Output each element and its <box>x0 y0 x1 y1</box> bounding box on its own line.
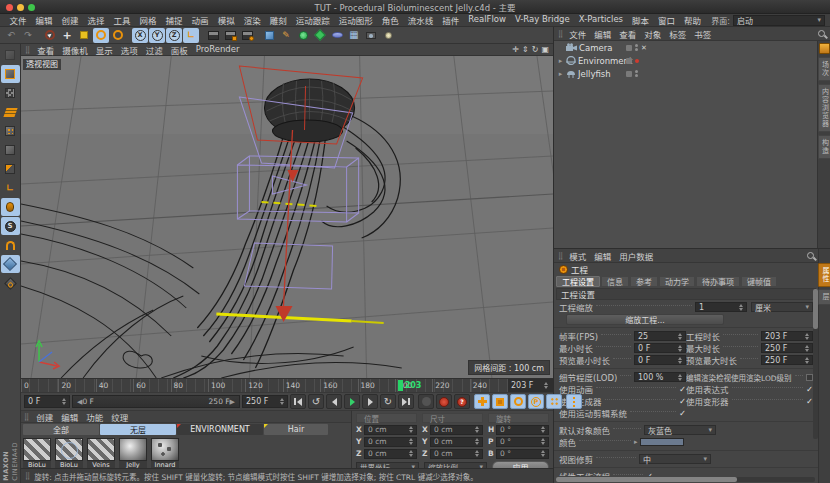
lod-input[interactable]: 100 % <box>634 372 686 382</box>
lock-z-button[interactable]: Z <box>166 28 182 43</box>
attribute-menu-item[interactable]: 用户数据 <box>615 250 657 262</box>
play-button[interactable] <box>344 394 360 409</box>
attribute-tab[interactable]: 键帧值 <box>741 276 777 287</box>
side-tab[interactable]: 场次 <box>818 57 830 81</box>
default-object-color-dropdown[interactable]: 灰蓝色▾ <box>644 425 716 435</box>
texture-mode-button[interactable] <box>1 84 20 102</box>
display-color-dot[interactable] <box>635 59 639 63</box>
viewport-menu-item[interactable]: ProRender <box>192 44 244 56</box>
object-manager-menu-item[interactable]: 标签 <box>665 28 690 40</box>
add-deformer-button[interactable] <box>312 28 328 43</box>
layer-tab-none[interactable]: 无层 <box>100 424 176 435</box>
make-editable-button[interactable] <box>1 46 20 64</box>
zoom-window-button[interactable] <box>28 4 35 11</box>
side-tab[interactable]: 内容浏览器 <box>818 84 830 132</box>
viewport-menu-item[interactable]: 显示 <box>92 44 117 56</box>
material-menu-item[interactable]: 纹理 <box>107 411 132 423</box>
lock-x-button[interactable]: X <box>132 28 148 43</box>
view-clipping-dropdown[interactable]: 中▾ <box>639 454 711 464</box>
layer-chip[interactable] <box>626 71 632 77</box>
attribute-hscrollbar[interactable] <box>556 477 815 482</box>
menu-item[interactable]: 脚本 <box>628 14 654 26</box>
expand-icon[interactable]: ▸ <box>557 57 564 65</box>
attribute-tab[interactable]: 工程设置 <box>556 276 600 287</box>
viewport[interactable]: ⣿ 查看摄像机显示选项过滤面板ProRender ✛ ⇕ ↻ ▣ <box>21 44 553 378</box>
range-end-input[interactable]: 250 F <box>242 395 288 408</box>
menu-item[interactable]: 运动跟踪 <box>291 14 334 26</box>
tweak-mode-button[interactable] <box>1 198 20 216</box>
preview-range-slider[interactable]: ◀ 0 F 250 F ▶ <box>72 395 240 408</box>
max-time-input[interactable]: 250 F <box>761 343 813 353</box>
expand-color-icon[interactable]: ▸ <box>634 438 638 446</box>
undo-button[interactable]: ↶ <box>3 28 19 43</box>
zoom-icon[interactable]: ⇕ <box>522 46 529 54</box>
protection-tag-icon[interactable]: ✕ <box>641 44 647 52</box>
autokey-button[interactable] <box>436 394 452 409</box>
search-icon[interactable] <box>818 30 825 37</box>
menu-item[interactable]: X-Particles <box>574 14 627 26</box>
goto-start-button[interactable] <box>290 394 306 409</box>
object-name[interactable]: Jellyfish <box>578 69 611 79</box>
use-animation-checkbox[interactable]: ✓ <box>679 384 686 394</box>
axis-mode-button[interactable]: ∟ <box>1 179 20 197</box>
material-menu-item[interactable]: 编辑 <box>57 411 82 423</box>
material-item[interactable]: Innard <box>151 438 180 469</box>
coord-system-button[interactable]: ∟ <box>183 28 199 43</box>
layer-tab-hair[interactable]: Hair <box>264 424 328 435</box>
add-generator-button[interactable] <box>295 28 311 43</box>
rotation-input[interactable]: 0 ° <box>496 449 549 459</box>
material-item[interactable]: Veins <box>87 438 116 469</box>
snap-toggle-button[interactable]: S <box>1 217 20 235</box>
play-backward-button[interactable]: ↺ <box>308 394 324 409</box>
menu-item[interactable]: 文件 <box>5 14 31 26</box>
layer-tab-all[interactable]: 全部 <box>23 424 99 435</box>
keyframe-presets-button[interactable] <box>566 394 582 409</box>
key-pla-toggle[interactable] <box>546 394 562 409</box>
menu-item[interactable]: 编辑 <box>31 14 57 26</box>
fps-input[interactable]: 25 <box>634 331 686 341</box>
panel-grip-icon[interactable]: ⣿ <box>24 413 29 421</box>
panel-grip-icon[interactable]: ⣿ <box>558 30 563 38</box>
add-light-button[interactable] <box>380 28 396 43</box>
preview-max-input[interactable]: 250 F <box>761 355 813 365</box>
menu-item[interactable]: 运动图形 <box>334 14 377 26</box>
menu-item[interactable]: 角色 <box>377 14 403 26</box>
goto-end-button[interactable] <box>398 394 414 409</box>
viewport-menu-item[interactable]: 面板 <box>167 44 192 56</box>
key-position-toggle[interactable] <box>474 394 490 409</box>
menu-item[interactable]: 帮助 <box>680 14 706 26</box>
material-menu-item[interactable]: 功能 <box>82 411 107 423</box>
timeline-ruler[interactable]: 020406080100120140160180200220240 203 20… <box>21 378 553 392</box>
search-icon[interactable] <box>807 252 814 259</box>
viewport-menu-item[interactable]: 选项 <box>117 44 142 56</box>
expand-icon[interactable]: ▸ <box>557 70 564 78</box>
polygons-mode-button[interactable] <box>1 160 20 178</box>
objects-tab-icon[interactable] <box>819 43 830 54</box>
attribute-tab[interactable]: 待办事项 <box>696 276 740 287</box>
object-manager-menu-item[interactable]: 对象 <box>640 28 665 40</box>
scale-project-button[interactable]: 缩放工程... <box>566 314 724 325</box>
visibility-dots[interactable] <box>635 44 638 51</box>
record-keyframe-button[interactable] <box>418 394 434 409</box>
viewport-menu-item[interactable]: 查看 <box>33 44 58 56</box>
object-manager-menu-item[interactable]: 书签 <box>690 28 715 40</box>
key-rotation-toggle[interactable] <box>510 394 526 409</box>
layers-side-tab[interactable]: 层 <box>818 289 830 305</box>
attribute-menu-item[interactable]: 模式 <box>565 250 590 262</box>
position-input[interactable]: 0 cm <box>364 437 417 447</box>
lock-y-button[interactable]: Y <box>149 28 165 43</box>
key-parameter-toggle[interactable]: P <box>528 394 544 409</box>
menu-item[interactable]: 网格 <box>135 14 161 26</box>
project-scale-input[interactable]: 1 <box>695 302 747 312</box>
current-frame-input[interactable]: 203 F <box>507 379 553 392</box>
layer-tab-environment[interactable]: ENVIRONMENT <box>177 424 263 435</box>
side-tab[interactable]: 构造 <box>818 135 830 159</box>
coordinate-header[interactable]: 位置 <box>356 413 417 423</box>
add-environment-button[interactable]: ▦ <box>346 28 362 43</box>
orbit-icon[interactable]: ↻ <box>532 46 539 54</box>
menu-item[interactable]: 雕刻 <box>265 14 291 26</box>
material-thumbnail[interactable] <box>55 438 83 461</box>
last-tool-button[interactable] <box>110 28 126 43</box>
menu-item[interactable]: 工具 <box>109 14 135 26</box>
position-input[interactable]: 0 cm <box>364 425 417 435</box>
